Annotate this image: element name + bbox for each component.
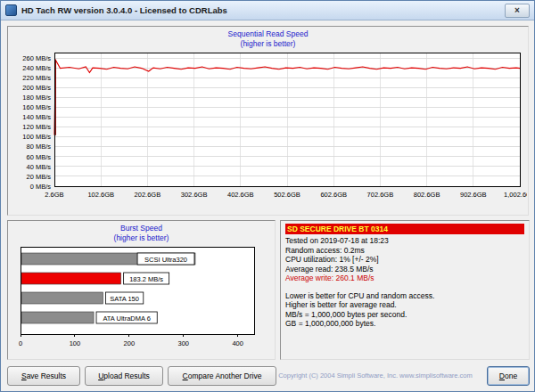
svg-text:20 MB/s: 20 MB/s xyxy=(26,173,51,181)
svg-text:202.6GB: 202.6GB xyxy=(135,191,161,199)
svg-text:0 MB/s: 0 MB/s xyxy=(30,183,52,191)
svg-text:402.6GB: 402.6GB xyxy=(227,191,254,199)
compare-another-drive-button[interactable]: Compare Another Drive xyxy=(168,366,276,386)
copyright-text: Copyright (C) 2004 Simpli Software, Inc.… xyxy=(268,372,482,380)
note-mbs-definition: MB/s = 1,000,000 bytes per second. xyxy=(285,310,524,320)
read-chart-subtitle: (higher is better) xyxy=(8,39,528,49)
svg-text:302.6GB: 302.6GB xyxy=(181,191,208,199)
svg-text:SCSI Ultra320: SCSI Ultra320 xyxy=(144,256,187,264)
done-button[interactable]: Done xyxy=(487,366,530,386)
read-chart-title: Sequential Read Speed xyxy=(8,29,528,39)
svg-text:40 MB/s: 40 MB/s xyxy=(26,163,51,171)
svg-text:183.2 MB/s: 183.2 MB/s xyxy=(129,275,163,283)
svg-text:902.6GB: 902.6GB xyxy=(460,191,487,199)
drive-info-panel: SD SECURE DRIVE BT 0314 Tested on 2019-0… xyxy=(280,220,530,360)
hdtach-window: HD Tach RW version 3.0.4.0 - Licensed to… xyxy=(0,0,535,392)
svg-text:ATA UltraDMA 6: ATA UltraDMA 6 xyxy=(103,314,151,323)
svg-text:300: 300 xyxy=(178,339,190,347)
read-chart-svg: 260 MB/s240 MB/s220 MB/s200 MB/s180 MB/s… xyxy=(8,49,527,213)
svg-text:2.6GB: 2.6GB xyxy=(45,191,63,199)
info-tested-on: Tested on 2019-07-18 at 18:23 xyxy=(285,236,524,246)
svg-text:140 MB/s: 140 MB/s xyxy=(22,113,51,121)
svg-text:80 MB/s: 80 MB/s xyxy=(26,143,51,151)
svg-text:120 MB/s: 120 MB/s xyxy=(22,123,51,131)
window-title: HD Tach RW version 3.0.4.0 - Licensed to… xyxy=(21,5,505,15)
info-cpu-utilization: CPU utilization: 1% [+/- 2%] xyxy=(285,255,524,265)
sequential-read-panel: Sequential Read Speed (higher is better)… xyxy=(7,26,529,216)
app-icon xyxy=(5,4,17,16)
svg-text:160 MB/s: 160 MB/s xyxy=(22,103,51,111)
svg-text:102.6GB: 102.6GB xyxy=(87,191,114,199)
close-icon[interactable]: × xyxy=(505,4,530,18)
save-results-button[interactable]: Save Results xyxy=(7,366,80,386)
burst-speed-panel: Burst Speed (higher is better) SCSI Ultr… xyxy=(7,220,276,360)
upload-results-button[interactable]: Upload Results xyxy=(85,366,163,386)
drive-name: SD SECURE DRIVE BT 0314 xyxy=(285,224,524,234)
svg-text:502.6GB: 502.6GB xyxy=(274,191,300,199)
svg-text:100: 100 xyxy=(70,339,81,347)
info-notes: Lower is better for CPU and random acces… xyxy=(285,291,524,329)
svg-text:60 MB/s: 60 MB/s xyxy=(26,153,51,161)
svg-text:400: 400 xyxy=(232,339,243,347)
svg-text:1,002.6GB: 1,002.6GB xyxy=(504,191,527,199)
svg-text:602.6GB: 602.6GB xyxy=(320,191,347,199)
note-cpu-random: Lower is better for CPU and random acces… xyxy=(285,291,524,301)
svg-text:180 MB/s: 180 MB/s xyxy=(22,94,51,102)
svg-text:200: 200 xyxy=(124,339,136,347)
info-average-read: Average read: 238.5 MB/s xyxy=(285,265,524,274)
svg-text:260 MB/s: 260 MB/s xyxy=(22,54,51,62)
info-random-access: Random access: 0.2ms xyxy=(285,246,524,256)
svg-text:702.6GB: 702.6GB xyxy=(367,191,394,199)
svg-text:240 MB/s: 240 MB/s xyxy=(22,64,51,72)
svg-text:200 MB/s: 200 MB/s xyxy=(22,84,51,92)
title-bar[interactable]: HD Tach RW version 3.0.4.0 - Licensed to… xyxy=(1,1,534,20)
burst-chart-subtitle: (higher is better) xyxy=(8,233,275,243)
burst-chart-svg: SCSI Ultra320183.2 MB/sSATA 150ATA Ultra… xyxy=(8,243,274,357)
info-average-write: Average write: 260.1 MB/s xyxy=(285,274,524,283)
burst-chart-title: Burst Speed xyxy=(8,224,275,233)
svg-text:0: 0 xyxy=(19,339,22,347)
svg-text:220 MB/s: 220 MB/s xyxy=(22,74,51,82)
svg-text:SATA 150: SATA 150 xyxy=(110,295,139,303)
note-average-read: Higher is better for average read. xyxy=(285,300,524,310)
svg-text:100 MB/s: 100 MB/s xyxy=(22,133,51,141)
svg-text:802.6GB: 802.6GB xyxy=(414,191,440,199)
note-gb-definition: GB = 1,000,000,000 bytes. xyxy=(285,319,524,329)
